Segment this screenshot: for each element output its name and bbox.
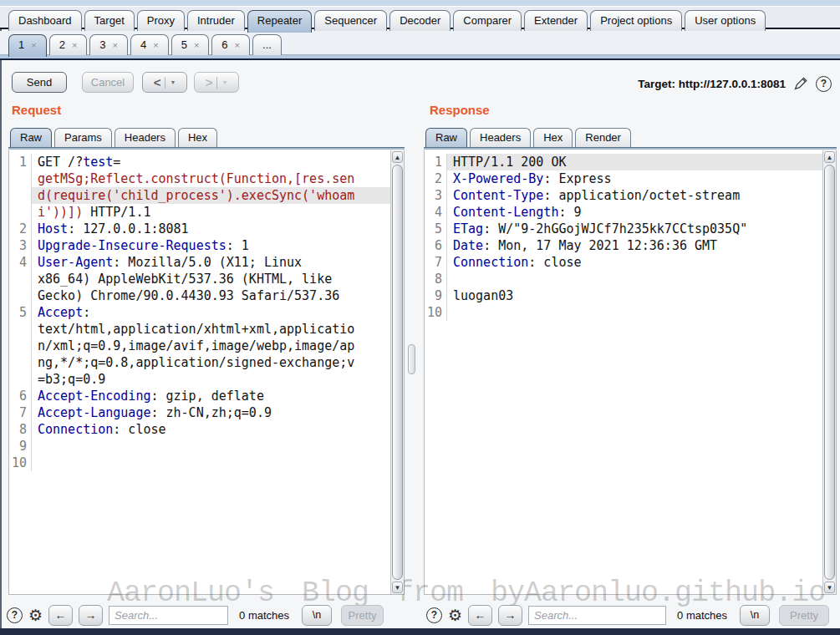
main-tab-dashboard[interactable]: Dashboard bbox=[8, 10, 82, 31]
help-icon[interactable]: ? bbox=[816, 76, 832, 92]
main-tab-user-options[interactable]: User options bbox=[685, 10, 766, 31]
tab-close-icon[interactable]: × bbox=[31, 41, 36, 49]
request-tab-raw[interactable]: Raw bbox=[10, 128, 52, 147]
code-text[interactable]: Connection: close bbox=[447, 254, 822, 271]
code-text[interactable]: n/xml;q=0.9,image/avif,image/webp,image/… bbox=[32, 338, 390, 354]
main-tab-intruder[interactable]: Intruder bbox=[187, 10, 245, 31]
main-tab-project-options[interactable]: Project options bbox=[590, 10, 682, 31]
request-scrollbar[interactable]: ▲ ▼ bbox=[390, 150, 404, 594]
code-text[interactable]: ETag: W/"9-2hGGojWJCf7h235kk7CCtsp035Q" bbox=[447, 221, 822, 237]
repeater-tab-2[interactable]: 2× bbox=[49, 34, 88, 55]
scroll-down-icon[interactable]: ▼ bbox=[824, 582, 835, 593]
code-text[interactable]: Upgrade-Insecure-Requests: 1 bbox=[32, 237, 390, 254]
next-request-button[interactable]: > ▼ bbox=[194, 72, 239, 93]
scroll-down-icon[interactable]: ▼ bbox=[392, 582, 403, 593]
code-text[interactable]: Date: Mon, 17 May 2021 12:36:36 GMT bbox=[447, 237, 822, 254]
scroll-up-icon[interactable]: ▲ bbox=[824, 151, 835, 163]
response-editor[interactable]: 1HTTP/1.1 200 OK2X-Powered-By: Express3C… bbox=[424, 150, 837, 595]
code-text[interactable]: Accept-Language: zh-CN,zh;q=0.9 bbox=[32, 404, 390, 421]
response-tab-headers[interactable]: Headers bbox=[470, 128, 531, 147]
repeater-tab-6[interactable]: 6× bbox=[211, 34, 250, 55]
scrollbar-thumb[interactable] bbox=[392, 165, 403, 580]
code-text[interactable]: Content-Type: application/octet-stream bbox=[447, 187, 822, 204]
code-text[interactable]: X-Powered-By: Express bbox=[447, 170, 822, 187]
code-text[interactable]: luogan03 bbox=[447, 287, 822, 304]
panel-splitter-handle[interactable] bbox=[408, 344, 415, 374]
line-number: 5 bbox=[425, 221, 447, 237]
previous-request-button[interactable]: < ▼ bbox=[142, 72, 187, 93]
tab-close-icon[interactable]: × bbox=[194, 41, 199, 49]
code-text[interactable]: i'))]) HTTP/1.1 bbox=[32, 204, 390, 221]
code-text[interactable]: Connection: close bbox=[32, 421, 390, 438]
editor-line: 6Date: Mon, 17 May 2021 12:36:36 GMT bbox=[425, 237, 822, 254]
main-tab-sequencer[interactable]: Sequencer bbox=[314, 10, 387, 31]
find-next-button[interactable]: → bbox=[79, 605, 103, 626]
code-text[interactable]: text/html,application/xhtml+xml,applicat… bbox=[32, 321, 390, 338]
tab-close-icon[interactable]: × bbox=[113, 41, 118, 49]
send-button[interactable]: Send bbox=[12, 72, 67, 93]
find-previous-button[interactable]: ← bbox=[468, 605, 492, 626]
code-text[interactable]: d(require('child_process').execSync('who… bbox=[32, 187, 390, 204]
repeater-tab-5[interactable]: 5× bbox=[171, 34, 210, 55]
cancel-button[interactable]: Cancel bbox=[82, 72, 134, 93]
code-text[interactable]: HTTP/1.1 200 OK bbox=[447, 154, 822, 170]
regex-newline-button[interactable]: \n bbox=[740, 605, 770, 626]
target-label: Target: http://127.0.0.1:8081 bbox=[638, 78, 786, 90]
pretty-print-button[interactable]: Pretty bbox=[779, 605, 829, 626]
code-text[interactable]: Accept: bbox=[32, 304, 390, 321]
request-editor[interactable]: 1GET /?test=getMSg;Reflect.construct(Fun… bbox=[8, 150, 405, 595]
code-text[interactable]: ng,*/*;q=0.8,application/signed-exchange… bbox=[32, 354, 390, 371]
response-scrollbar[interactable]: ▲ ▼ bbox=[822, 150, 836, 594]
main-tab-comparer[interactable]: Comparer bbox=[453, 10, 522, 31]
repeater-tab-3[interactable]: 3× bbox=[89, 34, 128, 55]
code-text[interactable]: Gecko) Chrome/90.0.4430.93 Safari/537.36 bbox=[32, 287, 390, 304]
code-segment: Content-Type bbox=[453, 188, 543, 203]
code-text[interactable] bbox=[447, 304, 822, 321]
main-tab-target[interactable]: Target bbox=[84, 10, 135, 31]
repeater-tab-4[interactable]: 4× bbox=[130, 34, 169, 55]
code-text[interactable]: Content-Length: 9 bbox=[447, 204, 822, 221]
main-tab-extender[interactable]: Extender bbox=[524, 10, 588, 31]
code-text[interactable] bbox=[32, 455, 390, 471]
request-tab-params[interactable]: Params bbox=[54, 128, 112, 147]
request-tab-headers[interactable]: Headers bbox=[115, 128, 176, 147]
tab-close-icon[interactable]: × bbox=[235, 41, 240, 49]
response-tab-raw[interactable]: Raw bbox=[425, 128, 467, 147]
code-text[interactable]: GET /?test= bbox=[32, 154, 390, 170]
find-next-button[interactable]: → bbox=[498, 605, 522, 626]
chevron-down-icon[interactable]: ▼ bbox=[221, 79, 227, 85]
code-text[interactable]: Accept-Encoding: gzip, deflate bbox=[32, 388, 390, 404]
code-text[interactable]: getMSg;Reflect.construct(Function,[res.s… bbox=[32, 170, 390, 187]
response-text-area[interactable]: 1HTTP/1.1 200 OK2X-Powered-By: Express3C… bbox=[425, 150, 822, 594]
scrollbar-thumb[interactable] bbox=[824, 165, 835, 580]
request-tab-hex[interactable]: Hex bbox=[178, 128, 217, 147]
chevron-down-icon[interactable]: ▼ bbox=[170, 79, 176, 85]
code-text[interactable]: Host: 127.0.0.1:8081 bbox=[32, 221, 390, 237]
gear-icon[interactable]: ⚙ bbox=[448, 607, 462, 623]
main-tab-decoder[interactable]: Decoder bbox=[389, 10, 451, 31]
find-previous-button[interactable]: ← bbox=[48, 605, 73, 626]
code-text[interactable]: =b3;q=0.9 bbox=[32, 371, 390, 388]
request-text-area[interactable]: 1GET /?test=getMSg;Reflect.construct(Fun… bbox=[9, 150, 390, 594]
code-text[interactable] bbox=[447, 271, 822, 287]
response-tab-render[interactable]: Render bbox=[575, 128, 631, 147]
gear-icon[interactable]: ⚙ bbox=[28, 607, 43, 623]
main-tab-repeater[interactable]: Repeater bbox=[247, 10, 312, 33]
help-icon[interactable]: ? bbox=[7, 607, 23, 623]
help-icon[interactable]: ? bbox=[426, 607, 442, 623]
edit-pencil-icon[interactable] bbox=[792, 75, 809, 92]
repeater-tab-overflow[interactable]: ... bbox=[252, 34, 282, 55]
main-tab-proxy[interactable]: Proxy bbox=[137, 10, 185, 31]
code-text[interactable] bbox=[32, 438, 390, 455]
code-text[interactable]: x86_64) AppleWebKit/537.36 (KHTML, like bbox=[32, 271, 390, 287]
repeater-tab-1[interactable]: 1× bbox=[8, 34, 47, 57]
search-input[interactable] bbox=[528, 606, 666, 625]
tab-close-icon[interactable]: × bbox=[72, 41, 77, 49]
code-text[interactable]: User-Agent: Mozilla/5.0 (X11; Linux bbox=[32, 254, 390, 271]
response-tab-hex[interactable]: Hex bbox=[533, 128, 573, 147]
search-input[interactable] bbox=[109, 606, 228, 625]
scroll-up-icon[interactable]: ▲ bbox=[392, 151, 403, 163]
pretty-print-button[interactable]: Pretty bbox=[341, 605, 384, 626]
regex-newline-button[interactable]: \n bbox=[302, 605, 332, 626]
tab-close-icon[interactable]: × bbox=[153, 41, 158, 49]
